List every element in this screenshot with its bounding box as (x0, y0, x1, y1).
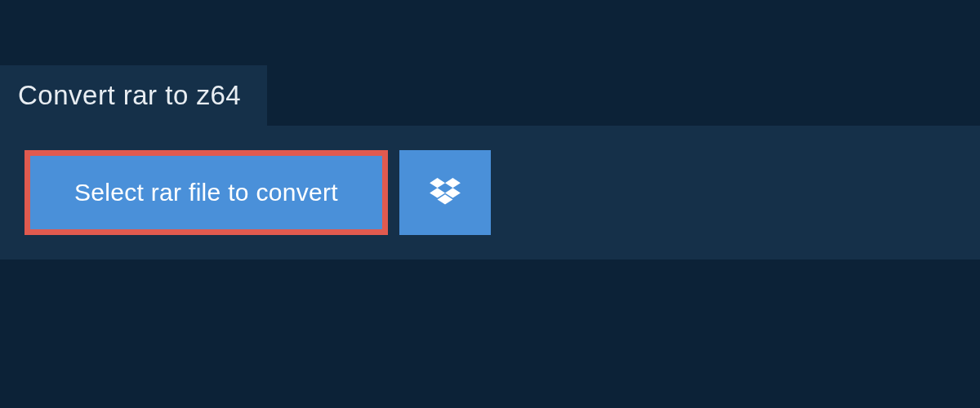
dropbox-button[interactable] (399, 150, 491, 235)
select-file-label: Select rar file to convert (74, 179, 338, 206)
button-row: Select rar file to convert (24, 150, 956, 235)
tab-header: Convert rar to z64 (0, 65, 267, 126)
select-file-button[interactable]: Select rar file to convert (24, 150, 388, 235)
main-panel: Select rar file to convert (0, 126, 980, 259)
page-title: Convert rar to z64 (18, 80, 241, 111)
dropbox-icon (430, 178, 461, 208)
